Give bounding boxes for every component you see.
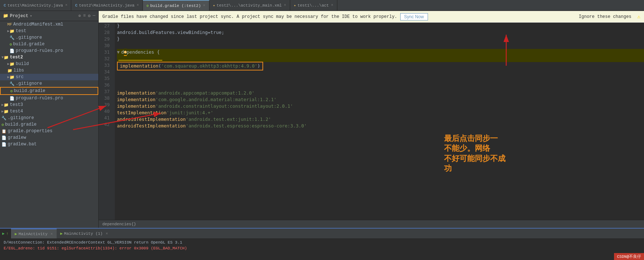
- code-lines[interactable]: } android.buildFeatures.viewBinding=true…: [115, 23, 644, 220]
- sidebar-item-gitignore2[interactable]: 🔧 .gitignore: [0, 80, 98, 87]
- code-editor[interactable]: 27 28 29 30 31 32 33 34 35 36 37 38 39 4…: [99, 23, 644, 220]
- sidebar-item-gradlew-bat[interactable]: 📄 gradlew.bat: [0, 141, 98, 148]
- tab-bar: C test1\MainActivity.java × C test2\Main…: [0, 0, 644, 11]
- tab-label: test2\...\activity_main.xml: [217, 3, 282, 8]
- sidebar-item-androidmanifest[interactable]: MF AndroidManifest.xml: [0, 21, 98, 28]
- code-line-32: [117, 56, 644, 62]
- code-line-28: android.buildFeatures.viewBinding=true;: [117, 29, 644, 36]
- tab-label: test2\MainActivity.java: [79, 3, 135, 8]
- sidebar-header: 📁 Project ▾ ⊕ ≡ ⚙ —: [0, 11, 98, 21]
- tab-activity-main-xml[interactable]: ✦ test2\...\activity_main.xml ×: [209, 0, 290, 11]
- sidebar-item-gitignore3[interactable]: 🔧 .gitignore: [0, 115, 98, 121]
- sidebar-item-libs[interactable]: 📁 libs: [0, 67, 98, 74]
- dropdown-icon[interactable]: ▾: [30, 14, 32, 18]
- bat-icon: 📄: [1, 142, 7, 147]
- run-tab-label: MainActivity: [19, 232, 48, 236]
- sidebar-item-test2[interactable]: ▼ 📁 test2: [0, 54, 98, 61]
- locate-icon[interactable]: ⊕: [78, 13, 81, 19]
- code-line-41: androidTestImplementation 'androidx.test…: [117, 116, 644, 123]
- script-icon: 📄: [1, 135, 7, 140]
- play-icon: ▶: [2, 231, 5, 236]
- tab-main-activity-2[interactable]: C test2\MainActivity.java ×: [71, 0, 143, 11]
- minimize-icon[interactable]: —: [93, 13, 95, 19]
- folder-icon: 📁: [4, 103, 9, 107]
- code-line-31: ▼ d●pendencies {: [117, 49, 644, 56]
- gradle-file-icon: ⚙: [1, 122, 4, 127]
- close-icon[interactable]: ×: [331, 3, 333, 7]
- sidebar-item-buildgradle3[interactable]: ⚙ build.gradle: [0, 121, 98, 128]
- csdn-badge: CSDN@不良仔: [614, 253, 644, 260]
- sidebar-item-proguard2[interactable]: 📄 proguard-rules.pro: [0, 95, 98, 102]
- folder-icon: 📁: [10, 62, 15, 66]
- tab-build-gradle[interactable]: ⚙ build.gradle (:test2) ×: [143, 0, 209, 11]
- close-icon[interactable]: ×: [65, 3, 67, 7]
- file-icon: 🔧: [10, 35, 15, 40]
- tab-main-activity-1[interactable]: C test1\MainActivity.java ×: [0, 0, 71, 11]
- warning-icon: ⚠: [637, 14, 640, 20]
- run-panel: ▶ ↑ ▶ MainActivity × ▶ MainActivity (1) …: [0, 228, 644, 260]
- fold-icon: ▼: [117, 49, 120, 56]
- folder-icon: 📁: [10, 29, 15, 34]
- tab-label: build.gradle (:test2): [150, 4, 201, 8]
- sidebar-item-gradlew[interactable]: 📄 gradlew: [0, 134, 98, 141]
- close-icon[interactable]: ×: [284, 3, 286, 7]
- proguard-icon: 📄: [10, 96, 15, 101]
- tab-label: test1\MainActivity.java: [8, 3, 63, 8]
- line-numbers: 27 28 29 30 31 32 33 34 35 36 37 38 39 4…: [99, 23, 115, 220]
- java-icon: C: [4, 3, 6, 8]
- code-editor-area: Gradle files have changed since last pro…: [99, 11, 644, 228]
- settings-icon[interactable]: ⚙: [88, 13, 91, 19]
- sync-message: Gradle files have changed since last pro…: [102, 14, 397, 19]
- close-icon[interactable]: ×: [50, 232, 53, 236]
- sync-now-button[interactable]: Sync Now: [400, 13, 428, 20]
- ignore-changes-button[interactable]: Ignore these changes: [579, 14, 632, 19]
- run-output: D/HostConnection: ExtendedRCEncoderConte…: [0, 239, 644, 260]
- code-line-27: }: [117, 23, 644, 29]
- code-line-42: androidTestImplementation 'androidx.test…: [117, 123, 644, 129]
- code-line-34: [117, 70, 644, 77]
- run-toolbar-play[interactable]: ▶ ↑: [0, 229, 11, 239]
- tab-activity-main-xml-2[interactable]: ✦ test1\...\act ×: [290, 0, 337, 11]
- code-line-30: [117, 42, 644, 49]
- run-tab-mainactivity-1[interactable]: ▶ MainActivity (1) ×: [57, 229, 112, 238]
- run-tab-mainactivity[interactable]: ▶ MainActivity ×: [11, 229, 56, 238]
- folder-icon: 📁: [7, 68, 12, 73]
- code-line-36: [117, 83, 644, 90]
- sidebar-item-proguard1[interactable]: 📄 proguard-rules.pro: [0, 47, 98, 54]
- close-icon[interactable]: ×: [106, 232, 108, 236]
- sidebar-item-test[interactable]: ▶ 📁 test: [0, 28, 98, 34]
- code-line-39: implementation 'androidx.constraintlayou…: [117, 103, 644, 110]
- sidebar-item-test4[interactable]: ▶ 📁 test4: [0, 108, 98, 115]
- sidebar-item-build[interactable]: ▶ 📁 build: [0, 61, 98, 67]
- run-icon: ▶: [60, 231, 63, 236]
- java-icon: C: [75, 3, 77, 8]
- run-panel-tabs: ▶ ↑ ▶ MainActivity × ▶ MainActivity (1) …: [0, 229, 644, 239]
- proguard-icon: 📄: [10, 49, 15, 53]
- xml-icon: ✦: [213, 3, 215, 8]
- run-line-1: D/HostConnection: ExtendedRCEncoderConte…: [4, 240, 640, 245]
- close-icon[interactable]: ×: [137, 3, 139, 7]
- sidebar-item-test3[interactable]: ▶ 📁 test3: [0, 102, 98, 108]
- code-line-35: [117, 77, 644, 83]
- sidebar-item-src[interactable]: ▶ 📁 src: [0, 74, 98, 80]
- sidebar-item-gitignore1[interactable]: 🔧 .gitignore: [0, 34, 98, 41]
- code-line-33: implementation('com.squareup.okhttp3:okh…: [117, 63, 644, 69]
- sidebar-item-gradle-properties[interactable]: 📋 gradle.properties: [0, 128, 98, 134]
- project-icon: 📁: [3, 13, 8, 19]
- properties-icon: 📋: [1, 129, 7, 134]
- up-arrow-icon: ↑: [6, 232, 9, 236]
- code-line-37: implementation 'androidx.appcompat:appco…: [117, 90, 644, 96]
- project-sidebar: 📁 Project ▾ ⊕ ≡ ⚙ — MF AndroidManifest.x…: [0, 11, 99, 228]
- sidebar-item-buildgradle1[interactable]: ⚙ build.gradle: [0, 41, 98, 47]
- xml-file-icon: MF: [7, 22, 12, 27]
- code-line-40: testImplementation 'junit:junit:4.+': [117, 110, 644, 116]
- close-icon[interactable]: ×: [203, 4, 205, 8]
- gradle-file-icon: ⚙: [10, 42, 12, 47]
- gradle-file-icon: ⚙: [10, 89, 13, 93]
- sidebar-header-icons: ⊕ ≡ ⚙ —: [78, 13, 95, 19]
- gitignore-icon: 🔧: [10, 81, 15, 86]
- xml-icon: ✦: [294, 3, 296, 8]
- run-tab-label: MainActivity (1): [64, 232, 103, 236]
- sidebar-item-buildgradle2[interactable]: ⚙ build.gradle: [0, 87, 98, 95]
- collapse-icon[interactable]: ≡: [83, 13, 86, 19]
